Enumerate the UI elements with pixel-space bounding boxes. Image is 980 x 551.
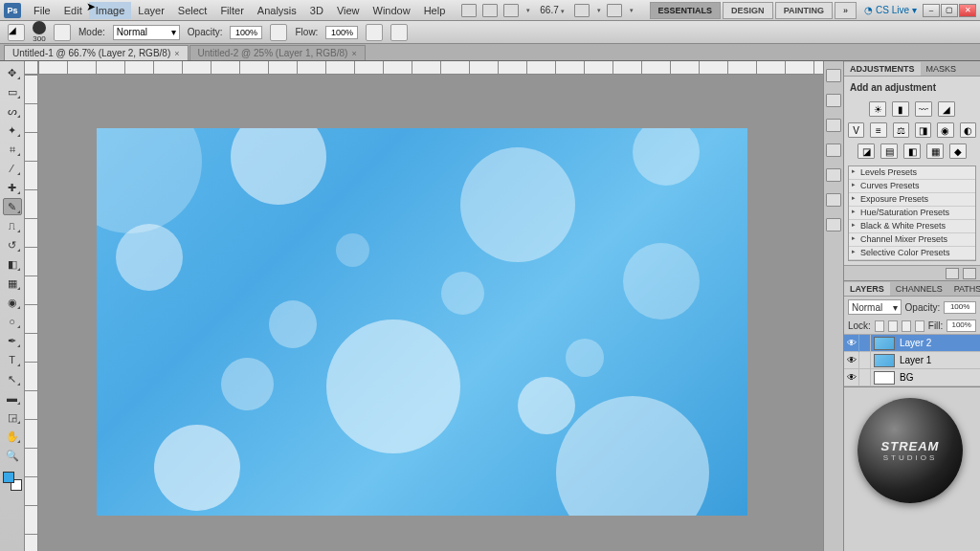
tab-masks[interactable]: MASKS xyxy=(921,62,963,76)
cs-live-button[interactable]: ◔ CS Live ▾ xyxy=(864,5,917,15)
maximize-button[interactable]: ▢ xyxy=(941,4,958,17)
menu-layer[interactable]: Layer xyxy=(131,2,171,19)
preset-item[interactable]: Channel Mixer Presets xyxy=(849,233,975,247)
posterize-icon[interactable]: ▤ xyxy=(880,143,898,159)
document-tab-2[interactable]: Untitled-2 @ 25% (Layer 1, RGB/8)× xyxy=(189,45,366,60)
close-button[interactable]: ✕ xyxy=(959,4,976,17)
channel-mixer-icon[interactable]: ◐ xyxy=(960,122,976,138)
brushes-panel-icon[interactable] xyxy=(826,193,841,207)
gradient-tool[interactable]: ▦ xyxy=(3,275,22,292)
workspace-design[interactable]: DESIGN xyxy=(723,2,773,19)
menu-view[interactable]: View xyxy=(330,2,367,19)
visibility-icon[interactable]: 👁 xyxy=(844,352,859,369)
layer-row[interactable]: 👁 Layer 2 xyxy=(844,335,980,352)
horizontal-ruler[interactable] xyxy=(38,61,823,75)
paragraph-panel-icon[interactable] xyxy=(826,168,841,182)
adjustments-trash-icon[interactable] xyxy=(963,268,976,279)
lock-all-icon[interactable] xyxy=(915,320,924,332)
photo-filter-icon[interactable]: ◉ xyxy=(937,122,953,138)
vibrance-icon[interactable]: V xyxy=(848,122,864,138)
preset-item[interactable]: Selective Color Presets xyxy=(849,247,975,260)
3d-tool[interactable]: ◲ xyxy=(3,408,22,426)
workspace-painting[interactable]: PAINTING xyxy=(775,2,833,19)
eraser-tool[interactable]: ◧ xyxy=(3,255,22,273)
lasso-tool[interactable]: ᔕ xyxy=(3,102,22,120)
close-tab-icon[interactable]: × xyxy=(174,49,179,58)
menu-filter[interactable]: Filter xyxy=(213,2,250,19)
layer-name[interactable]: Layer 1 xyxy=(898,355,931,365)
levels-icon[interactable]: ▮ xyxy=(892,101,909,117)
menu-window[interactable]: Window xyxy=(367,2,417,19)
flow-input[interactable]: 100% xyxy=(325,26,358,39)
fill-input[interactable]: 100% xyxy=(947,320,976,332)
layer-blend-select[interactable]: Normal▾ xyxy=(848,299,902,315)
brush-panel-icon[interactable] xyxy=(54,24,71,41)
adjustments-clip-icon[interactable] xyxy=(946,268,959,279)
balance-icon[interactable]: ⚖ xyxy=(893,122,909,138)
move-tool[interactable]: ✥ xyxy=(3,64,22,81)
vertical-ruler[interactable] xyxy=(25,75,38,551)
exposure-icon[interactable]: ◢ xyxy=(938,101,955,117)
threshold-icon[interactable]: ◧ xyxy=(903,143,921,159)
workspace-essentials[interactable]: ESSENTIALS xyxy=(650,2,722,19)
layer-opacity-input[interactable]: 100% xyxy=(944,301,976,314)
pen-tool[interactable]: ✒ xyxy=(3,332,22,349)
color-panel-icon[interactable] xyxy=(826,69,841,82)
minimize-button[interactable]: – xyxy=(923,4,940,17)
opacity-pressure-icon[interactable] xyxy=(270,24,287,41)
eyedropper-tool[interactable]: ⁄ xyxy=(3,160,22,177)
layer-name[interactable]: Layer 2 xyxy=(898,338,931,348)
zoom-tool[interactable]: 🔍 xyxy=(3,447,22,464)
tab-adjustments[interactable]: ADJUSTMENTS xyxy=(844,62,921,76)
app-logo[interactable]: Ps xyxy=(4,3,21,18)
zoom-display[interactable]: 66.7▾ xyxy=(536,5,568,15)
lock-position-icon[interactable] xyxy=(902,320,911,332)
menu-analysis[interactable]: Analysis xyxy=(251,2,303,19)
lock-transparency-icon[interactable] xyxy=(875,320,884,332)
preset-item[interactable]: Levels Presets xyxy=(849,166,975,180)
preset-item[interactable]: Black & White Presets xyxy=(849,220,975,233)
dodge-tool[interactable]: ○ xyxy=(3,313,22,330)
styles-panel-icon[interactable] xyxy=(826,119,841,132)
brush-tool[interactable]: ✎ xyxy=(3,198,22,215)
stamp-tool[interactable]: ⎍ xyxy=(3,217,22,234)
lock-pixels-icon[interactable] xyxy=(888,320,898,332)
menu-image[interactable]: Image xyxy=(89,2,132,19)
brightness-icon[interactable]: ☀ xyxy=(869,101,886,117)
type-tool[interactable]: T xyxy=(3,351,22,368)
layer-name[interactable]: BG xyxy=(898,372,913,383)
menu-file[interactable]: File xyxy=(27,2,57,19)
layer-row[interactable]: 👁 Layer 1 xyxy=(844,352,980,369)
layer-thumbnail[interactable] xyxy=(874,371,895,385)
character-panel-icon[interactable] xyxy=(826,143,841,157)
history-brush-tool[interactable]: ↺ xyxy=(3,236,22,253)
invert-icon[interactable]: ◪ xyxy=(858,143,875,159)
foreground-color[interactable] xyxy=(3,472,14,483)
preset-item[interactable]: Curves Presets xyxy=(849,180,975,193)
close-tab-icon[interactable]: × xyxy=(351,49,356,58)
toolbar-bridge-icon[interactable] xyxy=(461,4,477,17)
toolbar-screen-icon[interactable] xyxy=(607,4,622,17)
toolbar-history-icon[interactable] xyxy=(482,4,498,17)
color-swatches[interactable] xyxy=(3,472,22,491)
layer-thumbnail[interactable] xyxy=(874,354,895,367)
curves-icon[interactable]: 〰 xyxy=(915,101,932,117)
hue-icon[interactable]: ≡ xyxy=(870,122,886,138)
preset-item[interactable]: Exposure Presets xyxy=(849,193,975,207)
shape-tool[interactable]: ▬ xyxy=(3,389,22,407)
opacity-input[interactable]: 100% xyxy=(230,26,262,39)
workspace-more[interactable]: » xyxy=(835,2,857,19)
ruler-corner[interactable] xyxy=(25,61,38,75)
hand-tool[interactable]: ✋ xyxy=(3,428,22,445)
marquee-tool[interactable]: ▭ xyxy=(3,83,22,100)
crop-tool[interactable]: ⌗ xyxy=(3,141,22,158)
heal-tool[interactable]: ✚ xyxy=(3,179,22,196)
path-tool[interactable]: ↖ xyxy=(3,370,22,387)
document-canvas[interactable] xyxy=(97,128,747,516)
gradient-map-icon[interactable]: ▦ xyxy=(926,143,944,159)
wand-tool[interactable]: ✦ xyxy=(3,121,22,139)
menu-select[interactable]: Select xyxy=(171,2,214,19)
visibility-icon[interactable]: 👁 xyxy=(844,335,859,352)
blur-tool[interactable]: ◉ xyxy=(3,294,22,311)
bw-icon[interactable]: ◨ xyxy=(915,122,931,138)
